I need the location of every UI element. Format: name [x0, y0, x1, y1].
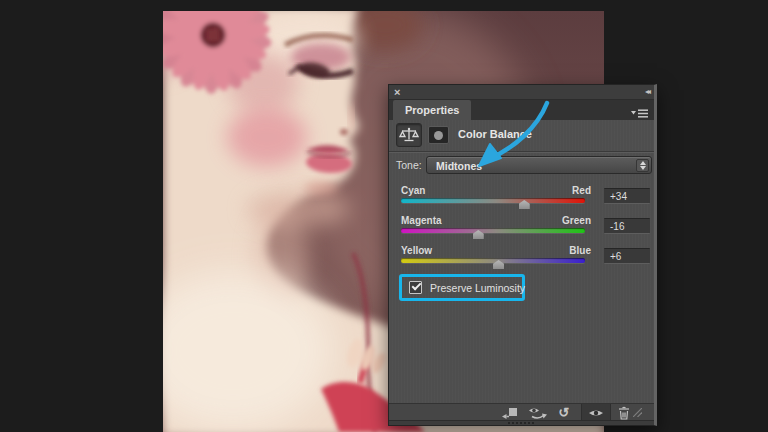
mask-icon [434, 131, 443, 140]
checkmark-icon [412, 281, 422, 291]
tab-properties[interactable]: Properties [393, 100, 471, 120]
drag-handle-dots-icon [508, 422, 536, 424]
preserve-luminosity-checkbox[interactable] [409, 281, 422, 294]
photoshop-workspace: × ◂◂ Properties [0, 0, 768, 432]
panel-title-strip[interactable]: × ◂◂ [389, 85, 654, 100]
cyan-red-value-field[interactable]: +34 [604, 188, 650, 204]
layer-mask-thumbnail[interactable] [428, 126, 449, 144]
properties-panel: × ◂◂ Properties [388, 84, 657, 426]
tone-row: Tone: Midtones [389, 156, 654, 176]
chevron-up-down-icon [636, 159, 649, 172]
reset-button[interactable]: ↺ [553, 405, 575, 420]
yellow-blue-value-field[interactable]: +6 [604, 248, 650, 264]
resize-grip[interactable] [629, 405, 645, 420]
adjustment-header: Color Balance [389, 121, 654, 149]
tone-selected-value: Midtones [436, 160, 482, 172]
panel-menu-icon[interactable] [631, 105, 649, 116]
red-label: Red [572, 185, 591, 196]
blue-label: Blue [569, 245, 591, 256]
toggle-visibility-button[interactable] [581, 404, 611, 421]
preserve-luminosity-label: Preserve Luminosity [430, 282, 525, 294]
cyan-red-track[interactable] [401, 198, 585, 203]
magenta-green-value-field[interactable]: -16 [604, 218, 650, 234]
magenta-green-slider: Magenta Green -16 [389, 215, 654, 245]
reset-icon: ↺ [559, 406, 570, 419]
balance-scale-icon [399, 127, 419, 143]
divider [389, 151, 654, 153]
view-previous-state-button[interactable] [527, 405, 549, 420]
tone-select[interactable]: Midtones [426, 156, 652, 174]
tone-label: Tone: [396, 159, 422, 171]
magenta-green-track[interactable] [401, 228, 585, 233]
close-icon[interactable]: × [394, 85, 400, 99]
panel-footer: ↺ [389, 403, 654, 420]
eye-icon [588, 408, 604, 418]
panel-drag-bar[interactable] [389, 420, 654, 425]
green-label: Green [562, 215, 591, 226]
panel-content: Color Balance Tone: Midtones Cyan Red [389, 120, 654, 403]
color-balance-icon-button[interactable] [396, 123, 422, 147]
eye-arrow-icon [528, 406, 548, 420]
cyan-label: Cyan [401, 185, 425, 196]
yellow-blue-slider: Yellow Blue +6 [389, 245, 654, 275]
adjustment-title: Color Balance [458, 128, 532, 140]
clip-to-layer-button[interactable] [499, 405, 521, 420]
annotation-highlight-box: Preserve Luminosity [399, 274, 525, 301]
collapse-to-icons-icon[interactable]: ◂◂ [645, 87, 649, 96]
resize-grip-icon [633, 408, 642, 417]
cyan-red-slider: Cyan Red +34 [389, 185, 654, 215]
yellow-label: Yellow [401, 245, 432, 256]
clip-to-layer-icon [502, 406, 518, 419]
magenta-label: Magenta [401, 215, 442, 226]
yellow-blue-track[interactable] [401, 258, 585, 263]
panel-tab-bar: Properties [389, 100, 654, 120]
